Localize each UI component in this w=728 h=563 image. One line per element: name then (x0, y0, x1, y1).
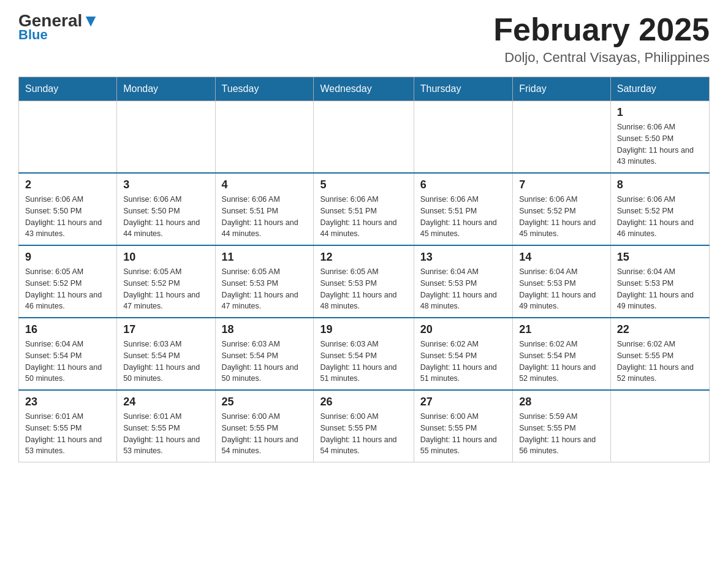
day-info: Sunrise: 6:05 AMSunset: 5:53 PMDaylight:… (320, 266, 407, 312)
calendar-cell: 13Sunrise: 6:04 AMSunset: 5:53 PMDayligh… (414, 245, 512, 318)
page-header: General▼ Blue February 2025 Doljo, Centr… (18, 12, 710, 66)
calendar-cell: 16Sunrise: 6:04 AMSunset: 5:54 PMDayligh… (19, 318, 117, 390)
calendar-cell: 24Sunrise: 6:01 AMSunset: 5:55 PMDayligh… (117, 390, 215, 462)
day-number: 9 (25, 251, 110, 264)
header-sunday: Sunday (19, 77, 117, 101)
day-info: Sunrise: 6:03 AMSunset: 5:54 PMDaylight:… (320, 339, 407, 385)
calendar-cell: 17Sunrise: 6:03 AMSunset: 5:54 PMDayligh… (117, 318, 215, 390)
day-number: 5 (320, 178, 407, 191)
calendar-cell (19, 101, 117, 174)
day-number: 14 (519, 251, 604, 264)
header-monday: Monday (117, 77, 215, 101)
calendar-cell: 6Sunrise: 6:06 AMSunset: 5:51 PMDaylight… (414, 173, 512, 245)
header-friday: Friday (513, 77, 611, 101)
day-info: Sunrise: 6:04 AMSunset: 5:53 PMDaylight:… (519, 266, 604, 312)
day-info: Sunrise: 6:06 AMSunset: 5:51 PMDaylight:… (222, 194, 308, 240)
day-number: 4 (222, 178, 308, 191)
day-info: Sunrise: 6:06 AMSunset: 5:52 PMDaylight:… (519, 194, 604, 240)
header-thursday: Thursday (414, 77, 512, 101)
day-number: 19 (320, 323, 407, 336)
calendar-cell: 22Sunrise: 6:02 AMSunset: 5:55 PMDayligh… (610, 318, 709, 390)
calendar-cell: 15Sunrise: 6:04 AMSunset: 5:53 PMDayligh… (610, 245, 709, 318)
calendar-cell: 19Sunrise: 6:03 AMSunset: 5:54 PMDayligh… (314, 318, 414, 390)
day-info: Sunrise: 6:05 AMSunset: 5:52 PMDaylight:… (25, 266, 110, 312)
day-number: 25 (222, 396, 308, 408)
calendar-cell: 8Sunrise: 6:06 AMSunset: 5:52 PMDaylight… (610, 173, 709, 245)
calendar-header-row: Sunday Monday Tuesday Wednesday Thursday… (19, 77, 710, 101)
calendar-cell: 1Sunrise: 6:06 AMSunset: 5:50 PMDaylight… (610, 101, 709, 174)
calendar-cell: 4Sunrise: 6:06 AMSunset: 5:51 PMDaylight… (215, 173, 314, 245)
calendar-cell (117, 101, 215, 174)
day-info: Sunrise: 6:03 AMSunset: 5:54 PMDaylight:… (123, 339, 208, 385)
day-number: 18 (222, 323, 308, 336)
calendar-cell: 7Sunrise: 6:06 AMSunset: 5:52 PMDaylight… (513, 173, 611, 245)
day-number: 1 (617, 106, 703, 119)
day-number: 15 (617, 251, 703, 264)
day-info: Sunrise: 6:02 AMSunset: 5:54 PMDaylight:… (519, 339, 604, 385)
day-info: Sunrise: 6:06 AMSunset: 5:50 PMDaylight:… (25, 194, 110, 240)
day-info: Sunrise: 6:02 AMSunset: 5:55 PMDaylight:… (617, 339, 703, 385)
logo: General▼ Blue (18, 12, 99, 43)
day-number: 11 (222, 251, 308, 264)
header-tuesday: Tuesday (215, 77, 314, 101)
day-info: Sunrise: 6:06 AMSunset: 5:50 PMDaylight:… (123, 194, 208, 240)
location-title: Doljo, Central Visayas, Philippines (493, 50, 710, 66)
day-info: Sunrise: 6:00 AMSunset: 5:55 PMDaylight:… (222, 411, 308, 457)
calendar-cell (610, 390, 709, 462)
logo-triangle-icon: ▼ (82, 11, 99, 30)
calendar-cell: 28Sunrise: 5:59 AMSunset: 5:55 PMDayligh… (513, 390, 611, 462)
day-info: Sunrise: 5:59 AMSunset: 5:55 PMDaylight:… (519, 411, 604, 457)
day-number: 24 (123, 396, 208, 408)
day-number: 7 (519, 178, 604, 191)
calendar-table: Sunday Monday Tuesday Wednesday Thursday… (18, 77, 710, 462)
day-info: Sunrise: 6:04 AMSunset: 5:53 PMDaylight:… (420, 266, 506, 312)
day-number: 6 (420, 178, 506, 191)
day-number: 26 (320, 396, 407, 408)
calendar-week-row: 1Sunrise: 6:06 AMSunset: 5:50 PMDaylight… (19, 101, 710, 174)
day-info: Sunrise: 6:03 AMSunset: 5:54 PMDaylight:… (222, 339, 308, 385)
day-info: Sunrise: 6:00 AMSunset: 5:55 PMDaylight:… (420, 411, 506, 457)
calendar-cell: 23Sunrise: 6:01 AMSunset: 5:55 PMDayligh… (19, 390, 117, 462)
day-info: Sunrise: 6:01 AMSunset: 5:55 PMDaylight:… (25, 411, 110, 457)
calendar-week-row: 9Sunrise: 6:05 AMSunset: 5:52 PMDaylight… (19, 245, 710, 318)
month-title: February 2025 (493, 12, 710, 47)
day-number: 17 (123, 323, 208, 336)
calendar-cell: 21Sunrise: 6:02 AMSunset: 5:54 PMDayligh… (513, 318, 611, 390)
calendar-cell: 20Sunrise: 6:02 AMSunset: 5:54 PMDayligh… (414, 318, 512, 390)
calendar-cell: 12Sunrise: 6:05 AMSunset: 5:53 PMDayligh… (314, 245, 414, 318)
calendar-cell: 11Sunrise: 6:05 AMSunset: 5:53 PMDayligh… (215, 245, 314, 318)
calendar-cell: 2Sunrise: 6:06 AMSunset: 5:50 PMDaylight… (19, 173, 117, 245)
day-number: 8 (617, 178, 703, 191)
day-info: Sunrise: 6:05 AMSunset: 5:53 PMDaylight:… (222, 266, 308, 312)
calendar-cell: 14Sunrise: 6:04 AMSunset: 5:53 PMDayligh… (513, 245, 611, 318)
day-number: 2 (25, 178, 110, 191)
calendar-cell: 9Sunrise: 6:05 AMSunset: 5:52 PMDaylight… (19, 245, 117, 318)
calendar-cell: 26Sunrise: 6:00 AMSunset: 5:55 PMDayligh… (314, 390, 414, 462)
day-number: 21 (519, 323, 604, 336)
calendar-cell: 18Sunrise: 6:03 AMSunset: 5:54 PMDayligh… (215, 318, 314, 390)
header-wednesday: Wednesday (314, 77, 414, 101)
calendar-cell (513, 101, 611, 174)
day-number: 22 (617, 323, 703, 336)
day-info: Sunrise: 6:02 AMSunset: 5:54 PMDaylight:… (420, 339, 506, 385)
calendar-cell: 25Sunrise: 6:00 AMSunset: 5:55 PMDayligh… (215, 390, 314, 462)
day-number: 12 (320, 251, 407, 264)
calendar-cell (314, 101, 414, 174)
calendar-cell: 5Sunrise: 6:06 AMSunset: 5:51 PMDaylight… (314, 173, 414, 245)
day-info: Sunrise: 6:04 AMSunset: 5:53 PMDaylight:… (617, 266, 703, 312)
day-info: Sunrise: 6:00 AMSunset: 5:55 PMDaylight:… (320, 411, 407, 457)
day-number: 16 (25, 323, 110, 336)
calendar-week-row: 2Sunrise: 6:06 AMSunset: 5:50 PMDaylight… (19, 173, 710, 245)
header-saturday: Saturday (610, 77, 709, 101)
day-number: 13 (420, 251, 506, 264)
calendar-cell: 27Sunrise: 6:00 AMSunset: 5:55 PMDayligh… (414, 390, 512, 462)
day-info: Sunrise: 6:06 AMSunset: 5:51 PMDaylight:… (420, 194, 506, 240)
day-number: 10 (123, 251, 208, 264)
calendar-cell: 3Sunrise: 6:06 AMSunset: 5:50 PMDaylight… (117, 173, 215, 245)
day-info: Sunrise: 6:06 AMSunset: 5:52 PMDaylight:… (617, 194, 703, 240)
day-number: 20 (420, 323, 506, 336)
calendar-cell: 10Sunrise: 6:05 AMSunset: 5:52 PMDayligh… (117, 245, 215, 318)
logo-blue-text: Blue (18, 27, 48, 43)
calendar-cell (215, 101, 314, 174)
day-number: 27 (420, 396, 506, 408)
